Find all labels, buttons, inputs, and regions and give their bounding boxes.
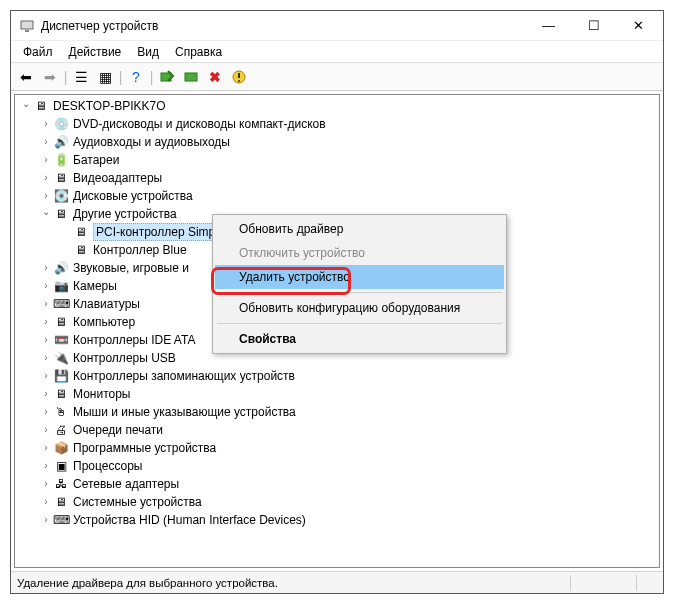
update-driver-icon[interactable]: [180, 66, 202, 88]
help-icon[interactable]: ?: [125, 66, 147, 88]
category-label: Устройства HID (Human Interface Devices): [73, 512, 306, 528]
tree-category[interactable]: ▣Процессоры: [15, 457, 659, 475]
ctx-disable-device[interactable]: Отключить устройство: [215, 241, 504, 265]
category-icon: 🔋: [53, 152, 69, 168]
tree-category[interactable]: 📦Программные устройства: [15, 439, 659, 457]
expand-icon[interactable]: [39, 369, 53, 383]
tree-category[interactable]: ⌨Устройства HID (Human Interface Devices…: [15, 511, 659, 529]
statusbar: Удаление драйвера для выбранного устройс…: [11, 571, 663, 593]
menu-help[interactable]: Справка: [167, 43, 230, 61]
category-label: Аудиовходы и аудиовыходы: [73, 134, 230, 150]
category-icon: 🔌: [53, 350, 69, 366]
category-label: Процессоры: [73, 458, 143, 474]
tree-category[interactable]: 🖧Сетевые адаптеры: [15, 475, 659, 493]
category-label: Мыши и иные указывающие устройства: [73, 404, 296, 420]
ctx-remove-device[interactable]: Удалить устройство: [215, 265, 504, 289]
scan-icon[interactable]: [156, 66, 178, 88]
expand-icon[interactable]: [39, 495, 53, 509]
category-icon: ⌨: [53, 296, 69, 312]
toolbar-separator: |: [63, 66, 68, 88]
expand-icon[interactable]: [39, 135, 53, 149]
svg-rect-3: [185, 73, 197, 81]
status-divider: [570, 575, 571, 591]
expand-icon[interactable]: [39, 423, 53, 437]
close-button[interactable]: ✕: [616, 11, 661, 40]
category-icon: 🔊: [53, 134, 69, 150]
expand-icon[interactable]: [39, 297, 53, 311]
warning-device-icon: 🖥: [73, 242, 89, 258]
window-title: Диспетчер устройств: [41, 19, 526, 33]
category-icon: 🔊: [53, 260, 69, 276]
category-icon: 📼: [53, 332, 69, 348]
minimize-button[interactable]: —: [526, 11, 571, 40]
tree-category[interactable]: 🖨Очереди печати: [15, 421, 659, 439]
ctx-properties[interactable]: Свойства: [215, 327, 504, 351]
expand-icon[interactable]: [39, 477, 53, 491]
tree-category[interactable]: 🖱Мыши и иные указывающие устройства: [15, 403, 659, 421]
uninstall-icon[interactable]: ✖: [204, 66, 226, 88]
toolbar: ⬅ ➡ | ☰ ▦ | ? | ✖: [11, 63, 663, 91]
expand-icon[interactable]: [39, 333, 53, 347]
tree-root[interactable]: 🖥 DESKTOP-BPIKK7O: [15, 97, 659, 115]
expand-icon[interactable]: [39, 513, 53, 527]
category-label: Клавиатуры: [73, 296, 140, 312]
svg-rect-0: [21, 21, 33, 29]
other-devices-label: Другие устройства: [73, 206, 177, 222]
category-label: Системные устройства: [73, 494, 202, 510]
tree-category[interactable]: 💿DVD-дисководы и дисководы компакт-диско…: [15, 115, 659, 133]
ctx-separator: [217, 292, 502, 293]
menu-file[interactable]: Файл: [15, 43, 61, 61]
other-devices-icon: 🖥: [53, 206, 69, 222]
tree-category[interactable]: 🔊Аудиовходы и аудиовыходы: [15, 133, 659, 151]
expand-icon[interactable]: [39, 153, 53, 167]
forward-button[interactable]: ➡: [39, 66, 61, 88]
warning-device-icon: 🖥: [73, 224, 89, 240]
back-button[interactable]: ⬅: [15, 66, 37, 88]
menu-action[interactable]: Действие: [61, 43, 130, 61]
expand-icon[interactable]: [39, 459, 53, 473]
category-label: Сетевые адаптеры: [73, 476, 179, 492]
category-label: Контроллеры запоминающих устройств: [73, 368, 295, 384]
bt-controller-label: Контроллер Blue: [93, 242, 187, 258]
device-manager-window: Диспетчер устройств — ☐ ✕ Файл Действие …: [10, 10, 664, 594]
disable-icon[interactable]: [228, 66, 250, 88]
category-icon: 🖥: [53, 386, 69, 402]
menu-view[interactable]: Вид: [129, 43, 167, 61]
tree-category[interactable]: 🖥Видеоадаптеры: [15, 169, 659, 187]
context-menu: Обновить драйвер Отключить устройство Уд…: [212, 214, 507, 354]
titlebar: Диспетчер устройств — ☐ ✕: [11, 11, 663, 41]
expand-icon[interactable]: [39, 171, 53, 185]
maximize-button[interactable]: ☐: [571, 11, 616, 40]
tree-category[interactable]: 🖥Системные устройства: [15, 493, 659, 511]
root-label: DESKTOP-BPIKK7O: [53, 98, 165, 114]
tree-category[interactable]: 🖥Мониторы: [15, 385, 659, 403]
expand-icon[interactable]: [39, 351, 53, 365]
category-icon: 💽: [53, 188, 69, 204]
expand-icon[interactable]: [39, 405, 53, 419]
expand-icon[interactable]: [39, 207, 53, 221]
expand-icon[interactable]: [39, 261, 53, 275]
category-icon: 🖥: [53, 494, 69, 510]
category-icon: 📷: [53, 278, 69, 294]
status-divider: [636, 575, 637, 591]
tree-view-icon[interactable]: ☰: [70, 66, 92, 88]
expand-icon[interactable]: [39, 441, 53, 455]
category-label: Контроллеры IDE ATA: [73, 332, 195, 348]
expand-icon[interactable]: [39, 315, 53, 329]
category-icon: ▣: [53, 458, 69, 474]
tree-category[interactable]: 🔋Батареи: [15, 151, 659, 169]
expand-icon[interactable]: [39, 189, 53, 203]
category-label: Компьютер: [73, 314, 135, 330]
tree-category[interactable]: 💾Контроллеры запоминающих устройств: [15, 367, 659, 385]
list-view-icon[interactable]: ▦: [94, 66, 116, 88]
tree-category[interactable]: 💽Дисковые устройства: [15, 187, 659, 205]
ctx-refresh-hw[interactable]: Обновить конфигурацию оборудования: [215, 296, 504, 320]
category-icon: 🖥: [53, 170, 69, 186]
ctx-update-driver[interactable]: Обновить драйвер: [215, 217, 504, 241]
expand-icon[interactable]: [39, 117, 53, 131]
expand-icon[interactable]: [19, 99, 33, 113]
expand-icon[interactable]: [39, 279, 53, 293]
expand-icon[interactable]: [39, 387, 53, 401]
category-label: Видеоадаптеры: [73, 170, 162, 186]
category-icon: 🖧: [53, 476, 69, 492]
